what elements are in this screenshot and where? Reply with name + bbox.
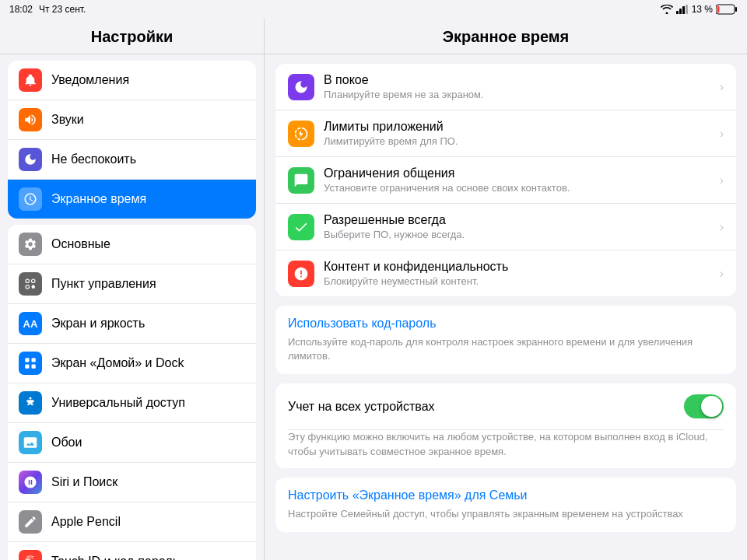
dnd-label: Не беспокоить [51,152,136,166]
notifications-label: Уведомления [51,73,129,87]
content-privacy-row[interactable]: Контент и конфиденциальность Блокируйте … [275,250,736,296]
svg-rect-12 [32,358,36,362]
screen-time-label: Экранное время [51,192,146,206]
svg-point-9 [26,285,30,289]
family-section: Настроить «Экранное время» для Семьи Нас… [275,478,736,532]
sidebar-section-2: Основные Пункт управления [8,225,256,560]
always-allowed-sub: Выберите ПО, нужное всегда. [324,229,714,240]
wifi-icon [661,5,673,14]
battery-icon [716,4,738,15]
app-limits-icon [288,121,314,147]
sidebar-item-general[interactable]: Основные [8,225,256,264]
sidebar-item-dnd[interactable]: Не беспокоить [8,140,256,180]
sounds-icon [19,108,42,131]
content-privacy-text: Контент и конфиденциальность Блокируйте … [324,260,714,287]
status-bar: 18:02 Чт 23 сент. 13 % [0,0,747,19]
downtime-sub: Планируйте время не за экраном. [324,89,714,100]
siri-label: Siri и Поиск [51,475,117,489]
content-privacy-sub: Блокируйте неуместный контент. [324,275,714,287]
features-section: В покое Планируйте время не за экраном. … [275,64,736,296]
sidebar-title: Настройки [0,19,264,54]
sidebar-item-display[interactable]: AA Экран и яркость [8,304,256,344]
svg-rect-6 [717,6,720,13]
apple-pencil-icon [19,510,42,534]
apple-pencil-label: Apple Pencil [51,515,121,529]
toggle-knob [701,396,722,417]
svg-rect-14 [32,365,36,369]
svg-rect-3 [686,5,688,14]
comm-limits-chevron: › [720,173,724,187]
sidebar-item-notifications[interactable]: Уведомления [8,61,256,100]
content-privacy-icon [288,261,314,287]
content-privacy-title: Контент и конфиденциальность [324,260,714,274]
svg-point-10 [32,285,36,289]
sidebar-item-wallpaper[interactable]: Обои [8,423,256,463]
sidebar-item-control-center[interactable]: Пункт управления [8,264,256,304]
app-limits-text: Лимиты приложений Лимитируйте время для … [324,120,714,147]
passcode-description: Используйте код-пароль для контроля наст… [288,335,724,363]
always-allowed-chevron: › [720,220,724,234]
always-allowed-icon [288,214,314,240]
siri-icon [19,471,42,494]
svg-rect-2 [682,6,685,14]
accessibility-icon [19,391,42,415]
svg-point-8 [32,279,36,283]
sidebar-item-home-screen[interactable]: Экран «Домой» и Dock [8,344,256,383]
app-limits-row[interactable]: Лимиты приложений Лимитируйте время для … [275,110,736,157]
battery-text: 13 % [692,4,713,15]
sidebar-item-siri[interactable]: Siri и Поиск [8,463,256,502]
content-panel: Экранное время В покое Планируйте время … [265,19,747,560]
control-center-label: Пункт управления [51,277,156,291]
all-devices-label: Учет на всех устройствах [288,400,435,414]
downtime-chevron: › [720,80,724,94]
main-container: Настройки Уведомления [0,19,747,560]
dnd-icon [19,148,42,171]
touch-id-label: Touch ID и код-пароль [51,555,179,560]
sidebar-item-apple-pencil[interactable]: Apple Pencil [8,502,256,542]
app-limits-sub: Лимитируйте время для ПО. [324,135,714,147]
app-limits-chevron: › [720,127,724,141]
sidebar-item-touch-id[interactable]: Touch ID и код-пароль [8,542,256,560]
notifications-icon [19,68,42,92]
svg-rect-1 [679,9,682,14]
sounds-label: Звуки [51,113,84,127]
passcode-section: Использовать код-пароль Используйте код-… [275,306,736,374]
status-bar-left: 18:02 Чт 23 сент. [9,4,86,15]
general-label: Основные [51,237,110,251]
svg-rect-13 [25,365,29,369]
always-allowed-row[interactable]: Разрешенные всегда Выберите ПО, нужное в… [275,204,736,250]
sidebar-item-sounds[interactable]: Звуки [8,100,256,140]
date: Чт 23 сент. [39,4,86,15]
sidebar: Настройки Уведомления [0,19,265,560]
all-devices-toggle[interactable] [684,394,724,418]
home-screen-label: Экран «Домой» и Dock [51,356,184,370]
downtime-title: В покое [324,73,714,87]
home-screen-icon [19,352,42,375]
svg-point-7 [26,279,30,283]
display-icon: AA [19,312,42,335]
accessibility-label: Универсальный доступ [51,396,185,410]
sidebar-item-screen-time[interactable]: Экранное время [8,180,256,219]
content-privacy-chevron: › [720,267,724,281]
downtime-row[interactable]: В покое Планируйте время не за экраном. … [275,64,736,110]
wallpaper-label: Обои [51,436,82,450]
comm-limits-sub: Установите ограничения на основе своих к… [324,182,714,194]
all-devices-toggle-row: Учет на всех устройствах [288,383,724,430]
all-devices-section: Учет на всех устройствах Эту функцию мож… [275,383,736,467]
svg-rect-11 [25,358,29,362]
sidebar-item-accessibility[interactable]: Универсальный доступ [8,383,256,423]
comm-limits-row[interactable]: Ограничения общения Установите ограничен… [275,157,736,204]
touch-id-icon [19,550,42,560]
svg-rect-5 [735,7,737,12]
wallpaper-icon [19,431,42,454]
screen-time-icon [19,187,42,211]
content-body: В покое Планируйте время не за экраном. … [265,54,747,551]
comm-limits-title: Ограничения общения [324,166,714,180]
downtime-icon [288,74,314,100]
always-allowed-title: Разрешенные всегда [324,213,714,227]
comm-limits-icon [288,167,314,194]
status-bar-right: 13 % [661,4,738,15]
family-link[interactable]: Настроить «Экранное время» для Семьи [288,488,724,502]
passcode-link[interactable]: Использовать код-пароль [288,317,724,331]
general-icon [19,233,42,256]
